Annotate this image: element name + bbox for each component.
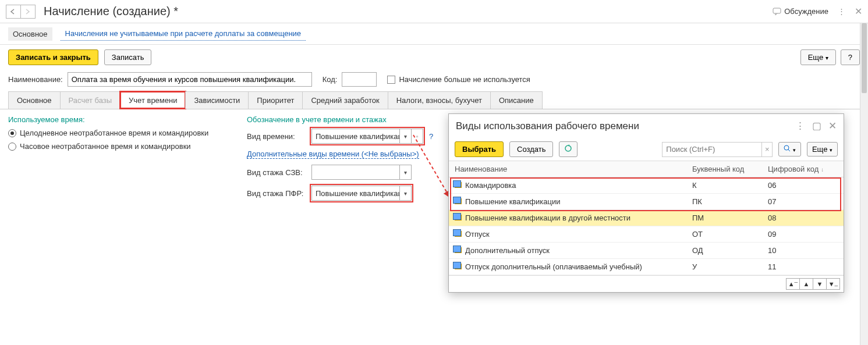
nav-bottom-button[interactable]: ▼─ bbox=[826, 278, 840, 290]
row-icon bbox=[455, 264, 462, 269]
search-icon bbox=[784, 145, 791, 152]
tab-time-tracking[interactable]: Учет времени bbox=[120, 91, 186, 109]
dropdown-icon[interactable]: ▾ bbox=[399, 129, 411, 143]
clear-search-icon[interactable]: × bbox=[761, 143, 772, 157]
table-row[interactable]: Командировка К 06 bbox=[449, 177, 844, 194]
name-label: Наименование: bbox=[8, 75, 63, 84]
pfr-label: Вид стажа ПФР: bbox=[247, 189, 308, 198]
scroll-thumb[interactable] bbox=[862, 23, 867, 93]
extra-time-types-link[interactable]: Дополнительные виды времени (<Не выбраны… bbox=[247, 150, 419, 159]
refresh-icon bbox=[564, 144, 572, 152]
row-icon bbox=[455, 198, 462, 204]
help-icon[interactable]: ? bbox=[429, 132, 433, 141]
tab-average-earnings[interactable]: Средний заработок bbox=[302, 91, 388, 109]
kebab-menu-icon[interactable]: ⋮ bbox=[795, 120, 805, 132]
section-main[interactable]: Основное bbox=[8, 27, 52, 41]
save-button[interactable]: Записать bbox=[104, 49, 152, 65]
more-button[interactable]: Еще ▾ bbox=[800, 49, 836, 65]
nav-top-button[interactable]: ▲─ bbox=[786, 278, 800, 290]
tab-description[interactable]: Описание bbox=[490, 91, 543, 109]
nav-down-button[interactable]: ▼ bbox=[813, 278, 827, 290]
search-options-button[interactable]: ▾ bbox=[778, 142, 801, 157]
help-button[interactable]: ? bbox=[841, 49, 860, 65]
svg-rect-0 bbox=[773, 8, 781, 13]
search-input[interactable] bbox=[662, 145, 761, 154]
tab-dependencies[interactable]: Зависимости bbox=[185, 91, 249, 109]
tab-taxes[interactable]: Налоги, взносы, бухучет bbox=[388, 91, 491, 109]
svg-line-4 bbox=[788, 150, 790, 151]
search-input-wrap: × bbox=[662, 142, 773, 157]
code-label: Код: bbox=[323, 75, 338, 84]
popup-title: Виды использования рабочего времени bbox=[456, 120, 639, 132]
unused-checkbox[interactable] bbox=[387, 76, 395, 84]
radio-daily[interactable]: Целодневное неотработанное время и коман… bbox=[8, 129, 224, 137]
scrollbar[interactable] bbox=[860, 23, 868, 345]
forward-button[interactable] bbox=[20, 5, 36, 19]
maximize-icon[interactable]: ▢ bbox=[812, 120, 821, 132]
radio-icon bbox=[8, 143, 16, 151]
create-button[interactable]: Создать bbox=[509, 141, 553, 157]
popup-more-button[interactable]: Еще ▾ bbox=[807, 142, 838, 157]
page-title: Начисление (создание) * bbox=[44, 5, 178, 18]
table-row[interactable]: Отпуск дополнительный (оплачиваемый учеб… bbox=[449, 259, 844, 275]
kebab-menu-icon[interactable]: ⋮ bbox=[838, 7, 845, 16]
back-button[interactable] bbox=[6, 5, 21, 19]
code-input[interactable] bbox=[342, 72, 377, 87]
time-type-label: Вид времени: bbox=[247, 132, 308, 141]
tab-priority[interactable]: Приоритет bbox=[248, 91, 303, 109]
tab-base-calc[interactable]: Расчет базы bbox=[60, 91, 121, 109]
table-row[interactable]: Повышение квалификации в другой местност… bbox=[449, 210, 844, 226]
arrow-right-icon bbox=[24, 9, 31, 15]
col-letter[interactable]: Буквенный код bbox=[686, 161, 762, 177]
time-type-select[interactable]: Повышение квалификац ▾ ▫ bbox=[311, 129, 423, 144]
row-icon bbox=[455, 231, 462, 237]
row-icon bbox=[455, 182, 462, 188]
time-types-table: Наименование Буквенный код Цифровой код↓… bbox=[449, 161, 844, 275]
select-button[interactable]: Выбрать bbox=[455, 141, 504, 157]
row-icon bbox=[455, 247, 462, 253]
dropdown-icon[interactable]: ▾ bbox=[399, 186, 411, 200]
szv-label: Вид стажа СЗВ: bbox=[247, 168, 308, 177]
section-excluded[interactable]: Начисления не учитываемые при расчете до… bbox=[61, 27, 306, 41]
table-row[interactable]: Повышение квалификации ПК 07 bbox=[449, 194, 844, 210]
discussion-button[interactable]: Обсуждение bbox=[773, 7, 828, 16]
save-close-button[interactable]: Записать и закрыть bbox=[8, 49, 98, 65]
close-icon[interactable]: ✕ bbox=[855, 6, 862, 17]
table-row[interactable]: Отпуск ОТ 09 bbox=[449, 226, 844, 243]
table-row[interactable]: Дополнительный отпуск ОД 10 bbox=[449, 243, 844, 259]
radio-icon bbox=[8, 129, 16, 137]
col-digit[interactable]: Цифровой код↓ bbox=[762, 161, 844, 177]
pfr-select[interactable]: Повышение квалификац ▾ bbox=[311, 186, 412, 201]
unused-label: Начисление больше не используется bbox=[399, 75, 530, 84]
notation-title: Обозначение в учете времени и стажах bbox=[247, 115, 433, 124]
radio-hourly[interactable]: Часовое неотработанное время и командиро… bbox=[8, 142, 224, 151]
dropdown-icon[interactable]: ▾ bbox=[399, 165, 411, 179]
svg-point-2 bbox=[565, 145, 571, 151]
refresh-button[interactable] bbox=[559, 141, 578, 157]
used-time-title: Используемое время: bbox=[8, 115, 224, 124]
chat-icon bbox=[773, 8, 782, 16]
time-types-popup: Виды использования рабочего времени ⋮ ▢ … bbox=[448, 113, 844, 293]
col-name[interactable]: Наименование bbox=[449, 161, 686, 177]
sort-asc-icon: ↓ bbox=[821, 166, 824, 173]
tab-main[interactable]: Основное bbox=[8, 91, 61, 109]
szv-select[interactable]: ▾ bbox=[311, 165, 412, 180]
open-icon[interactable]: ▫ bbox=[411, 129, 423, 143]
svg-point-3 bbox=[784, 145, 789, 150]
row-icon bbox=[455, 215, 462, 220]
nav-up-button[interactable]: ▲ bbox=[799, 278, 813, 290]
close-icon[interactable]: ✕ bbox=[828, 120, 837, 132]
arrow-left-icon bbox=[10, 9, 17, 15]
name-input[interactable] bbox=[68, 72, 312, 87]
